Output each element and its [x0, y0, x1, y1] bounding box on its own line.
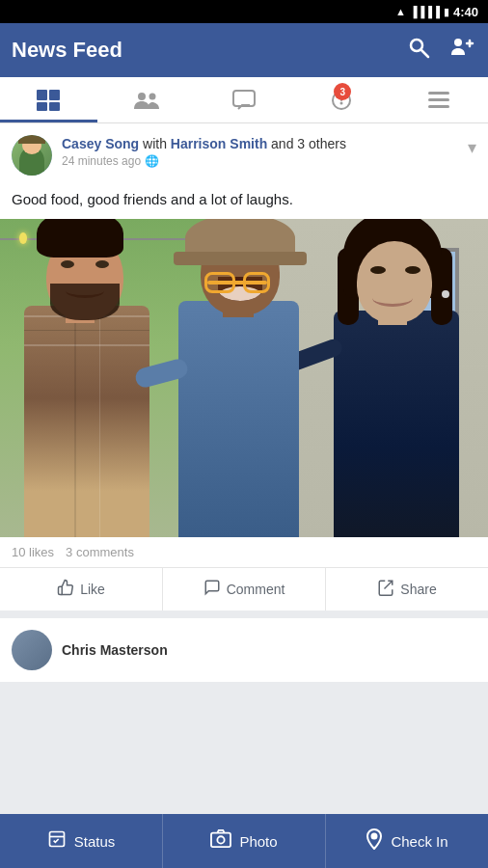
search-icon[interactable] [407, 36, 430, 65]
svg-point-22 [372, 833, 377, 838]
svg-rect-18 [49, 831, 64, 846]
post-timestamp: 24 minutes ago 🌐 [62, 154, 476, 168]
svg-rect-15 [428, 92, 449, 95]
post-actions: Like Comment Share [0, 568, 488, 610]
comment-label: Comment [227, 582, 285, 597]
status-time: 4:40 [453, 5, 478, 19]
author-name[interactable]: Casey Song [62, 136, 139, 151]
svg-point-2 [454, 39, 462, 46]
tab-friends[interactable] [97, 77, 195, 122]
svg-rect-17 [428, 105, 449, 108]
tab-messages[interactable] [195, 77, 292, 122]
svg-rect-20 [211, 832, 230, 847]
top-nav: News Feed [0, 23, 488, 77]
svg-line-1 [421, 50, 428, 57]
svg-rect-5 [37, 90, 47, 100]
post-text: Good food, good friends and a lot of lau… [0, 183, 488, 219]
globe-icon: 🌐 [145, 154, 159, 168]
svg-point-9 [138, 93, 146, 100]
checkin-icon [366, 828, 383, 854]
status-icons: ▲ ▐▐▐▐ ▮ 4:40 [395, 5, 478, 19]
comments-count: 3 comments [66, 545, 134, 559]
checkin-action[interactable]: Check In [326, 814, 488, 868]
bottom-bar: Status Photo Check In [0, 814, 488, 868]
next-post-author[interactable]: Chris Masterson [62, 642, 168, 658]
like-button[interactable]: Like [0, 568, 163, 610]
svg-point-21 [218, 836, 225, 843]
wifi-icon: ▲ [395, 6, 406, 17]
status-action[interactable]: Status [0, 814, 163, 868]
next-post-avatar [12, 630, 52, 670]
post-image[interactable] [0, 219, 488, 537]
tab-menu[interactable] [391, 77, 488, 122]
svg-rect-8 [49, 102, 60, 111]
share-icon [377, 579, 394, 600]
battery-icon: ▮ [444, 6, 449, 18]
nav-actions [407, 36, 476, 65]
next-post-peek: Chris Masterson [0, 618, 488, 682]
with-text: with [143, 136, 171, 151]
tab-notifications[interactable]: 3 [293, 77, 391, 122]
friend-requests-icon[interactable] [449, 36, 476, 65]
svg-rect-7 [37, 102, 47, 111]
svg-rect-6 [49, 90, 60, 100]
post-meta: Casey Song with Harrison Smith and 3 oth… [62, 135, 476, 168]
tab-bar: 3 [0, 77, 488, 123]
svg-point-14 [340, 101, 343, 104]
post-card: Casey Song with Harrison Smith and 3 oth… [0, 123, 488, 610]
notification-badge: 3 [334, 83, 351, 100]
avatar [12, 135, 52, 176]
timestamp-text: 24 minutes ago [62, 154, 141, 168]
svg-rect-16 [428, 98, 449, 101]
photo-label: Photo [239, 833, 277, 850]
share-button[interactable]: Share [326, 568, 488, 610]
page-title: News Feed [12, 38, 122, 63]
feed: Casey Song with Harrison Smith and 3 oth… [0, 123, 488, 682]
co-author-name[interactable]: Harrison Smith [171, 136, 267, 151]
tab-news-feed[interactable] [0, 77, 97, 122]
like-label: Like [80, 582, 105, 597]
like-icon [57, 579, 74, 600]
and-text: and [271, 136, 297, 151]
others-text: 3 others [297, 136, 346, 151]
status-bar: ▲ ▐▐▐▐ ▮ 4:40 [0, 0, 488, 23]
comment-button[interactable]: Comment [163, 568, 326, 610]
post-author: Casey Song with Harrison Smith and 3 oth… [62, 135, 476, 152]
post-header: Casey Song with Harrison Smith and 3 oth… [0, 123, 488, 183]
share-label: Share [400, 582, 436, 597]
photo-icon [210, 829, 231, 854]
svg-rect-11 [233, 91, 255, 106]
signal-icon: ▐▐▐▐ [410, 6, 440, 17]
likes-count: 10 likes [12, 545, 54, 559]
photo-action[interactable]: Photo [163, 814, 326, 868]
svg-point-10 [149, 93, 155, 99]
status-label: Status [74, 833, 116, 850]
post-stats: 10 likes 3 comments [0, 537, 488, 568]
status-icon [47, 829, 67, 854]
comment-icon [203, 579, 221, 600]
checkin-label: Check In [391, 833, 447, 850]
post-dropdown-icon[interactable]: ▾ [468, 137, 476, 158]
